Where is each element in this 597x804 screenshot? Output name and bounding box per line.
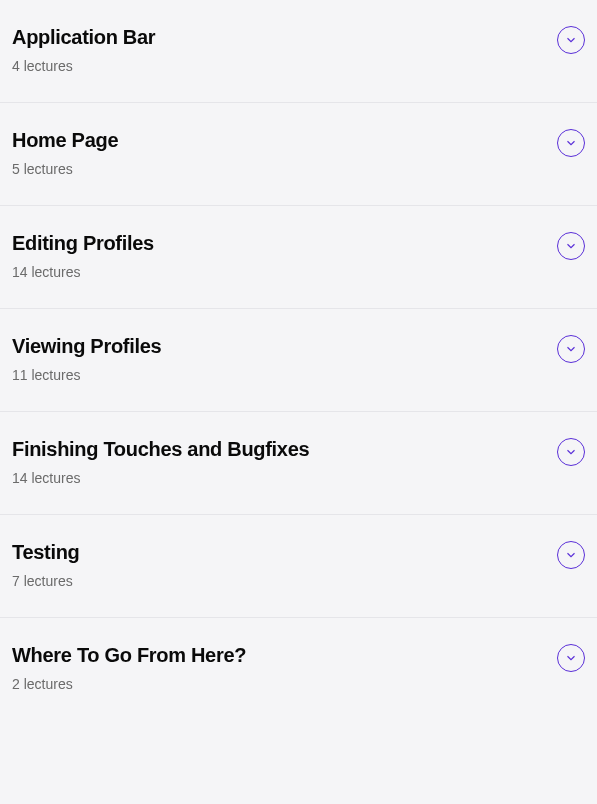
expand-button[interactable] xyxy=(557,26,585,54)
section-title: Application Bar xyxy=(12,24,557,50)
accordion-content: Viewing Profiles 11 lectures xyxy=(12,333,557,383)
section-title: Viewing Profiles xyxy=(12,333,557,359)
accordion-item[interactable]: Home Page 5 lectures xyxy=(0,103,597,206)
section-title: Home Page xyxy=(12,127,557,153)
section-title: Finishing Touches and Bugfixes xyxy=(12,436,557,462)
expand-button[interactable] xyxy=(557,541,585,569)
accordion-content: Editing Profiles 14 lectures xyxy=(12,230,557,280)
section-subtitle: 11 lectures xyxy=(12,367,557,383)
expand-button[interactable] xyxy=(557,438,585,466)
section-subtitle: 5 lectures xyxy=(12,161,557,177)
section-subtitle: 2 lectures xyxy=(12,676,557,692)
accordion-item[interactable]: Viewing Profiles 11 lectures xyxy=(0,309,597,412)
section-subtitle: 14 lectures xyxy=(12,264,557,280)
expand-button[interactable] xyxy=(557,644,585,672)
expand-button[interactable] xyxy=(557,129,585,157)
chevron-down-icon xyxy=(564,33,578,47)
chevron-down-icon xyxy=(564,445,578,459)
accordion-content: Testing 7 lectures xyxy=(12,539,557,589)
chevron-down-icon xyxy=(564,651,578,665)
expand-button[interactable] xyxy=(557,232,585,260)
accordion-content: Finishing Touches and Bugfixes 14 lectur… xyxy=(12,436,557,486)
chevron-down-icon xyxy=(564,342,578,356)
accordion-content: Application Bar 4 lectures xyxy=(12,24,557,74)
chevron-down-icon xyxy=(564,136,578,150)
section-subtitle: 4 lectures xyxy=(12,58,557,74)
chevron-down-icon xyxy=(564,548,578,562)
accordion-item[interactable]: Editing Profiles 14 lectures xyxy=(0,206,597,309)
expand-button[interactable] xyxy=(557,335,585,363)
section-title: Editing Profiles xyxy=(12,230,557,256)
accordion-item[interactable]: Where To Go From Here? 2 lectures xyxy=(0,618,597,720)
chevron-down-icon xyxy=(564,239,578,253)
section-subtitle: 14 lectures xyxy=(12,470,557,486)
course-sections-accordion: Application Bar 4 lectures Home Page 5 l… xyxy=(0,0,597,720)
section-subtitle: 7 lectures xyxy=(12,573,557,589)
section-title: Where To Go From Here? xyxy=(12,642,557,668)
section-title: Testing xyxy=(12,539,557,565)
accordion-item[interactable]: Testing 7 lectures xyxy=(0,515,597,618)
accordion-item[interactable]: Application Bar 4 lectures xyxy=(0,0,597,103)
accordion-item[interactable]: Finishing Touches and Bugfixes 14 lectur… xyxy=(0,412,597,515)
accordion-content: Where To Go From Here? 2 lectures xyxy=(12,642,557,692)
accordion-content: Home Page 5 lectures xyxy=(12,127,557,177)
